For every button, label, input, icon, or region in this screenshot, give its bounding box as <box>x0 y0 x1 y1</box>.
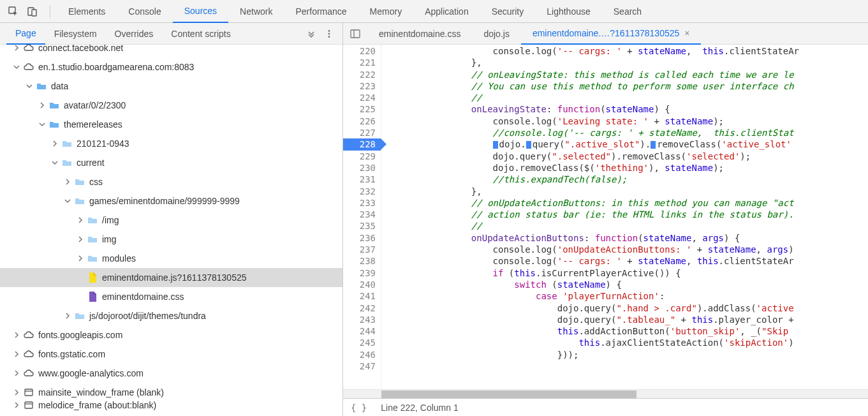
top-tab-network[interactable]: Network <box>228 0 284 23</box>
tree-arrow-icon[interactable] <box>38 101 46 109</box>
line-number[interactable]: 222 <box>343 69 376 80</box>
tree-arrow-icon[interactable] <box>77 235 84 243</box>
code-line[interactable]: switch (stateName) { <box>385 279 868 290</box>
tree-row[interactable]: js/dojoroot/dijit/themes/tundra <box>0 306 342 325</box>
code-line[interactable]: // action status bar (ie: the HTML links… <box>385 209 868 220</box>
line-number[interactable]: 239 <box>343 267 376 279</box>
code-line[interactable]: dojo.query(".active_slot").removeClass('… <box>385 138 868 150</box>
top-tab-lighthouse[interactable]: Lighthouse <box>535 0 602 23</box>
tree-arrow-icon[interactable] <box>13 350 20 358</box>
editor-tab[interactable]: eminentdomaine.css <box>367 23 472 45</box>
code-line[interactable]: case 'playerTurnAction': <box>385 290 868 302</box>
tree-row[interactable]: img <box>0 230 342 249</box>
tree-row[interactable]: 210121-0943 <box>0 134 342 153</box>
line-number[interactable]: 232 <box>343 186 376 197</box>
line-number-gutter[interactable]: 2202212222232242252262272282292302312322… <box>343 45 381 389</box>
line-number[interactable]: 229 <box>343 151 376 162</box>
tree-row[interactable]: melodice_frame (about:blank) <box>0 396 342 415</box>
tree-arrow-icon[interactable] <box>64 312 71 320</box>
top-tab-security[interactable]: Security <box>480 0 536 23</box>
top-tab-performance[interactable]: Performance <box>284 0 358 23</box>
tree-row[interactable]: css <box>0 172 342 191</box>
tree-row[interactable]: current <box>0 153 342 172</box>
code-line[interactable]: }, <box>385 186 868 197</box>
horizontal-scrollbar[interactable] <box>343 389 868 398</box>
code-line[interactable]: console.log('-- cargs: ' + stateName, th… <box>385 255 868 267</box>
code-line[interactable]: dojo.query(".selected").removeClass('sel… <box>385 151 868 162</box>
line-number[interactable]: 227 <box>343 127 376 138</box>
code-line[interactable]: if (this.isCurrentPlayerActive()) { <box>385 267 868 279</box>
tree-row[interactable]: eminentdomaine.js?1611378130525 <box>0 268 342 287</box>
tree-row[interactable]: en.1.studio.boardgamearena.com:8083 <box>0 57 342 77</box>
line-number[interactable]: 247 <box>343 360 376 372</box>
line-number[interactable]: 234 <box>343 209 376 220</box>
navigator-tab-filesystem[interactable]: Filesystem <box>45 23 106 45</box>
line-number[interactable]: 240 <box>343 279 376 290</box>
line-number[interactable]: 223 <box>343 80 376 92</box>
tree-arrow-icon[interactable] <box>38 121 46 128</box>
line-number[interactable]: 243 <box>343 314 376 325</box>
tree-row[interactable]: avatar/0/2/2300 <box>0 96 342 115</box>
top-tab-elements[interactable]: Elements <box>57 0 117 23</box>
tree-arrow-icon[interactable] <box>13 389 20 396</box>
top-tab-application[interactable]: Application <box>413 0 480 23</box>
code-editor[interactable]: 2202212222232242252262272282292302312322… <box>343 45 868 389</box>
line-number[interactable]: 236 <box>343 232 376 244</box>
line-number[interactable]: 233 <box>343 197 376 209</box>
line-number[interactable]: 220 <box>343 45 376 57</box>
tree-arrow-icon[interactable] <box>13 401 20 409</box>
toggle-navigator-icon[interactable] <box>347 26 364 42</box>
code-line[interactable]: dojo.query(".tableau_" + this.player_col… <box>385 314 868 325</box>
code-line[interactable]: // <box>385 220 868 232</box>
tree-arrow-icon[interactable] <box>64 197 71 205</box>
line-number[interactable]: 246 <box>343 349 376 360</box>
tree-arrow-icon[interactable] <box>51 140 59 147</box>
tree-arrow-icon[interactable] <box>13 45 20 52</box>
top-tab-memory[interactable]: Memory <box>358 0 414 23</box>
code-line[interactable]: console.log('-- cargs: ' + stateName, th… <box>385 45 868 57</box>
tree-arrow-icon[interactable] <box>51 159 59 167</box>
code-line[interactable]: console.log('onUpdateActionButtons: ' + … <box>385 244 868 255</box>
line-number[interactable]: 230 <box>343 162 376 174</box>
tree-row[interactable]: data <box>0 77 342 96</box>
line-number[interactable]: 238 <box>343 255 376 267</box>
top-tab-search[interactable]: Search <box>602 0 653 23</box>
kebab-menu-icon[interactable] <box>322 27 336 41</box>
tree-arrow-icon[interactable] <box>77 293 84 301</box>
editor-tab[interactable]: dojo.js <box>472 23 520 45</box>
code-line[interactable]: //console.log('-- cargs: ' + stateName, … <box>385 127 868 138</box>
line-number[interactable]: 242 <box>343 302 376 314</box>
code-line[interactable]: onUpdateActionButtons: function(stateNam… <box>385 232 868 244</box>
code-line[interactable]: // onUpdateActionButtons: in this method… <box>385 197 868 209</box>
line-number[interactable]: 245 <box>343 337 376 348</box>
code-line[interactable] <box>385 360 868 372</box>
tree-arrow-icon[interactable] <box>77 255 84 262</box>
code-content[interactable]: console.log('-- cargs: ' + stateName, th… <box>381 45 868 389</box>
code-line[interactable]: this.addActionButton('button_skip', _("S… <box>385 325 868 337</box>
tree-row[interactable]: fonts.gstatic.com <box>0 345 342 364</box>
tree-row[interactable]: modules <box>0 249 342 268</box>
line-number[interactable]: 221 <box>343 57 376 68</box>
tree-row[interactable]: games/eminentdomaine/999999-9999 <box>0 191 342 211</box>
line-number[interactable]: 241 <box>343 290 376 302</box>
code-line[interactable]: dojo.query(".hand > .card").addClass('ac… <box>385 302 868 314</box>
code-line[interactable]: })); <box>385 349 868 360</box>
top-tab-console[interactable]: Console <box>117 0 172 23</box>
tree-row[interactable]: fonts.googleapis.com <box>0 325 342 345</box>
navigator-tab-page[interactable]: Page <box>6 23 45 45</box>
line-number[interactable]: 244 <box>343 325 376 337</box>
code-line[interactable]: this.ajaxClientStateAction('skipAction') <box>385 337 868 348</box>
more-tabs-icon[interactable] <box>304 27 318 41</box>
tree-row[interactable]: www.google-analytics.com <box>0 364 342 383</box>
code-line[interactable]: // onLeavingState: this method is called… <box>385 69 868 80</box>
code-line[interactable]: console.log('Leaving state: ' + stateNam… <box>385 115 868 127</box>
line-number[interactable]: 237 <box>343 244 376 255</box>
inspect-element-icon[interactable] <box>5 3 22 20</box>
device-toggle-icon[interactable] <box>24 3 41 20</box>
tree-row[interactable]: themereleases <box>0 115 342 134</box>
line-number[interactable]: 235 <box>343 220 376 232</box>
tree-row[interactable]: connect.facebook.net <box>0 45 342 57</box>
tree-arrow-icon[interactable] <box>13 331 20 339</box>
pretty-print-icon[interactable]: { } <box>351 403 367 413</box>
tree-row[interactable]: eminentdomaine.css <box>0 287 342 306</box>
